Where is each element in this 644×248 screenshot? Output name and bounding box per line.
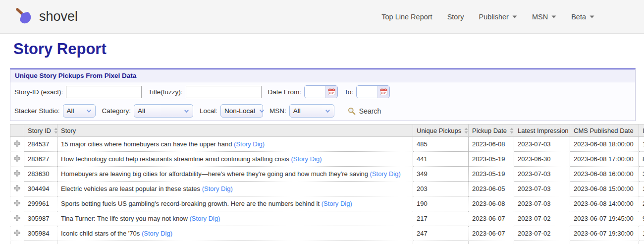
expand-row-icon[interactable] [14, 170, 20, 177]
column-header-cms-published-date: CMS Published Date [570, 124, 639, 137]
story-title: Homebuyers are leaving big cities for af… [61, 170, 368, 178]
story-title: Electric vehicles are least popular in t… [61, 185, 200, 192]
story-cell: Electric vehicles are least popular in t… [57, 182, 413, 196]
page-title: Story Report [13, 40, 644, 58]
column-header-unique-pickups[interactable]: Unique Pickups [413, 124, 469, 137]
impressions-cell: 9 [639, 211, 644, 226]
table-row: 305987 Tina Turner: The life story you m… [10, 211, 644, 226]
cms-published-date-cell: 2023-06-08 15:00:00 [570, 182, 639, 196]
pickup-date-cell: 2023-06-07 [469, 211, 514, 226]
stacker-studio-select[interactable]: All [63, 104, 96, 118]
nav-item[interactable]: Publisher [479, 13, 517, 21]
story-id-cell: 304494 [24, 182, 57, 196]
story-cell: Tina Turner: The life story you may not … [57, 211, 413, 226]
nav-item-label: Top Line Report [381, 13, 432, 21]
story-dig-link[interactable]: (Story Dig) [322, 200, 352, 207]
story-cell: Iconic child stars of the '70s (Story Di… [57, 226, 413, 241]
story-id-cell: 283627 [24, 152, 57, 167]
brand-name: shovel [39, 9, 78, 24]
expand-row-icon[interactable] [14, 215, 20, 221]
search-button-label: Search [359, 107, 381, 115]
expand-row-icon[interactable] [14, 185, 20, 191]
date-from-label: Date From: [268, 88, 302, 96]
chevron-down-icon [512, 15, 517, 18]
date-from-field[interactable] [305, 86, 325, 98]
story-cell: 15 major cities where homebuyers can hav… [57, 137, 413, 152]
latest-impression-cell: 2023-07-03 [514, 167, 570, 182]
pickup-date-cell: 2023-06-08 [469, 137, 514, 152]
story-cell: How technology could help restaurants st… [57, 152, 413, 167]
cms-published-date-cell: 2023-06-08 14:00:00 [570, 196, 639, 211]
story-dig-link[interactable]: (Story Dig) [142, 230, 172, 237]
title-fuzzy-input[interactable] [186, 86, 262, 98]
main-nav: Top Line Report Story Publisher MSN Beta [381, 13, 594, 21]
local-select[interactable]: Non-Local [220, 104, 263, 118]
unique-pickups-cell: 203 [413, 182, 469, 196]
story-id-input[interactable] [66, 86, 142, 98]
expand-cell [10, 226, 24, 241]
chevron-down-icon [184, 109, 189, 113]
filter-panel-header: Unique Story Pickups From Pixel Data [10, 69, 635, 82]
column-header-story-id[interactable]: Story ID [24, 124, 57, 137]
latest-impression-cell: 2023-07-03 [514, 182, 570, 196]
story-table: Story IDStoryUnique PickupsPickup DateLa… [10, 124, 644, 244]
nav-item[interactable]: MSN [532, 13, 556, 21]
story-dig-link[interactable]: (Story Dig) [234, 140, 265, 148]
expand-row-icon[interactable] [14, 230, 20, 236]
story-cell: Homebuyers are leaving big cities for af… [57, 167, 413, 182]
impressions-cell: 8 [639, 152, 644, 167]
story-id-cell: 283630 [24, 167, 57, 182]
title-fuzzy-label: Title(fuzzy): [148, 88, 182, 96]
local-label: Local: [200, 107, 217, 115]
expand-row-icon[interactable] [14, 200, 20, 206]
table-row: 283630 Homebuyers are leaving big cities… [10, 167, 644, 182]
msn-select[interactable]: All [289, 104, 334, 118]
search-button[interactable]: Search [348, 107, 381, 115]
story-dig-link[interactable]: (Story Dig) [370, 170, 401, 178]
calendar-icon[interactable] [377, 86, 389, 98]
expand-cell [10, 137, 24, 152]
story-id-cell: 284537 [24, 137, 57, 152]
sort-icon [510, 127, 514, 134]
date-to-input[interactable] [356, 85, 390, 98]
brand-logo[interactable]: shovel [14, 7, 78, 27]
category-select[interactable]: All [134, 104, 193, 118]
expand-row-icon[interactable] [14, 155, 20, 162]
latest-impression-cell: 2023-07-03 [514, 137, 570, 152]
expand-row-icon[interactable] [14, 140, 20, 147]
filter-row-text: Story-ID (exact): Title(fuzzy): Date Fro… [10, 82, 635, 101]
story-id-cell: 305987 [24, 211, 57, 226]
column-header-label: Latest Impression [518, 127, 569, 134]
table-row: 299961 Sports betting fuels US gambling'… [10, 196, 644, 211]
story-id-cell: 299961 [24, 196, 57, 211]
story-title: Tina Turner: The life story you may not … [61, 215, 188, 222]
story-id-cell: 305984 [24, 226, 57, 241]
date-from-input[interactable] [304, 85, 338, 98]
story-dig-link[interactable]: (Story Dig) [291, 155, 322, 163]
story-title: Iconic child stars of the '70s [61, 230, 140, 237]
search-icon [348, 107, 356, 115]
unique-pickups-cell: 349 [413, 167, 469, 182]
unique-pickups-cell: 485 [413, 137, 469, 152]
story-table-container: Story IDStoryUnique PickupsPickup DateLa… [10, 124, 644, 244]
nav-item[interactable]: Top Line Report [381, 13, 432, 21]
chevron-down-icon [259, 109, 265, 113]
top-nav-bar: shovel Top Line Report Story Publisher M… [0, 0, 644, 34]
column-header-label: Story [61, 127, 76, 134]
filter-panel: Unique Story Pickups From Pixel Data Sto… [10, 68, 636, 121]
column-header-pickup-date[interactable]: Pickup Date [469, 124, 514, 137]
column-header-label: Pickup Date [472, 127, 507, 134]
nav-item[interactable]: Beta [571, 13, 594, 21]
cms-published-date-cell: 2023-06-08 17:00:00 [570, 152, 639, 167]
chevron-down-icon [590, 15, 594, 18]
table-row: 283627 How technology could help restaur… [10, 152, 644, 167]
column-header-latest-impression: Latest Impression [514, 124, 570, 137]
pickup-date-cell: 2023-06-05 [469, 182, 514, 196]
nav-item[interactable]: Story [447, 13, 464, 21]
date-to-field[interactable] [357, 86, 377, 98]
story-dig-link[interactable]: (Story Dig) [189, 215, 220, 222]
impressions-cell: 1 [639, 137, 644, 152]
expand-cell [10, 182, 24, 196]
calendar-icon[interactable] [325, 86, 337, 98]
story-dig-link[interactable]: (Story Dig) [202, 185, 233, 192]
